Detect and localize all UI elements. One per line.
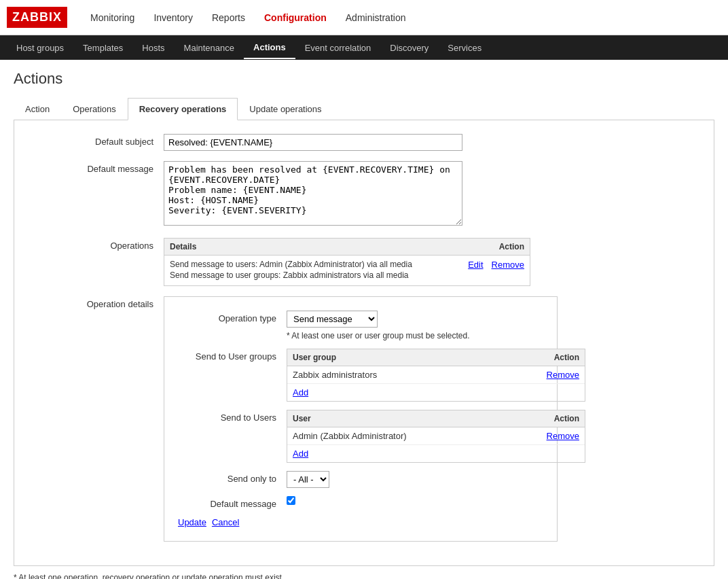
nav-administration[interactable]: Administration	[336, 1, 416, 34]
op-remove-link[interactable]: Remove	[492, 260, 524, 270]
tab-update-operations[interactable]: Update operations	[238, 98, 333, 120]
operation-details-row: Operation details Operation type Send me…	[28, 296, 700, 542]
op-row-inner: Send message to users: Admin (Zabbix Adm…	[170, 260, 524, 281]
subnav-event-correlation[interactable]: Event correlation	[295, 37, 381, 58]
user-col-header: User	[293, 414, 311, 423]
default-subject-input[interactable]	[164, 134, 462, 151]
users-table-header: User Action	[287, 410, 585, 427]
op-line-1: Send message to users: Admin (Zabbix Adm…	[170, 260, 412, 269]
user-name: Admin (Zabbix Administrator)	[293, 431, 407, 441]
tab-action[interactable]: Action	[14, 98, 61, 120]
col-details: Details	[170, 242, 196, 251]
subnav-discovery[interactable]: Discovery	[380, 37, 438, 58]
send-to-users-control: User Action Admin (Zabbix Administrator)…	[287, 410, 585, 463]
sub-navigation: Host groups Templates Hosts Maintenance …	[0, 35, 728, 60]
default-message-checkbox[interactable]	[287, 496, 295, 505]
user-remove-link[interactable]: Remove	[547, 431, 579, 441]
subnav-host-groups[interactable]: Host groups	[7, 37, 73, 58]
user-group-col-header: User group	[293, 353, 336, 362]
operations-row: Operations Details Action Send message t…	[28, 238, 700, 286]
operation-type-control: Send messageNotify all involved * At lea…	[287, 311, 469, 340]
users-table: User Action Admin (Zabbix Administrator)…	[287, 410, 585, 463]
inner-cancel-button[interactable]: Cancel	[212, 517, 239, 527]
bottom-note: * At least one operation, recovery opera…	[14, 573, 714, 579]
zabbix-logo: ZABBIX	[7, 7, 67, 28]
users-table-footer: Add	[287, 445, 585, 462]
subnav-maintenance[interactable]: Maintenance	[175, 37, 244, 58]
page-title: Actions	[14, 70, 714, 88]
add-user-button[interactable]: Add	[293, 449, 308, 459]
list-item: Admin (Zabbix Administrator) Remove	[287, 427, 585, 445]
send-to-users-row: Send to Users User Action Admin (Zabbix …	[178, 410, 543, 463]
inner-actions: Update Cancel	[178, 517, 543, 527]
default-message-control: Problem has been resolved at {EVENT.RECO…	[164, 161, 700, 228]
operation-type-label: Operation type	[178, 311, 287, 323]
tab-recovery-operations[interactable]: Recovery operations	[128, 98, 238, 120]
user-groups-table-header: User group Action	[287, 349, 585, 366]
table-row: Send message to users: Admin (Zabbix Adm…	[164, 256, 530, 285]
tab-operations[interactable]: Operations	[61, 98, 128, 120]
form-area: Default subject Default message Problem …	[14, 120, 714, 566]
default-subject-row: Default subject	[28, 134, 700, 151]
default-message-checkbox-control	[287, 496, 295, 507]
nav-monitoring[interactable]: Monitoring	[81, 1, 144, 34]
add-user-group-button[interactable]: Add	[293, 387, 308, 398]
user-group-name: Zabbix administrators	[293, 370, 377, 380]
operation-details-control: Operation type Send messageNotify all in…	[164, 296, 700, 542]
op-line-2: Send message to user groups: Zabbix admi…	[170, 270, 412, 280]
send-only-to-control: - All -	[287, 471, 329, 488]
send-to-user-groups-row: Send to User groups User group Action Za…	[178, 349, 543, 402]
user-group-remove-link[interactable]: Remove	[547, 370, 579, 380]
user-group-action-col-header: Action	[554, 353, 579, 362]
send-to-user-groups-label: Send to User groups	[178, 349, 287, 362]
send-only-to-select[interactable]: - All -	[287, 471, 329, 488]
subnav-hosts[interactable]: Hosts	[132, 37, 174, 58]
operation-type-note: * At least one user or user group must b…	[287, 331, 469, 340]
default-message-label: Default message	[28, 161, 164, 174]
send-only-to-label: Send only to	[178, 471, 287, 484]
inner-update-button[interactable]: Update	[178, 517, 206, 527]
user-action-col-header: Action	[554, 414, 579, 423]
subnav-templates[interactable]: Templates	[73, 37, 132, 58]
user-groups-table: User group Action Zabbix administrators …	[287, 349, 585, 402]
send-to-users-label: Send to Users	[178, 410, 287, 423]
subnav-actions[interactable]: Actions	[244, 37, 295, 59]
default-message-textarea[interactable]: Problem has been resolved at {EVENT.RECO…	[164, 161, 462, 226]
tab-bar: Action Operations Recovery operations Up…	[14, 98, 714, 120]
default-subject-label: Default subject	[28, 134, 164, 147]
send-only-to-row: Send only to - All -	[178, 471, 543, 488]
default-subject-control	[164, 134, 700, 151]
user-groups-table-footer: Add	[287, 384, 585, 401]
operations-table: Details Action Send message to users: Ad…	[164, 238, 530, 286]
nav-reports[interactable]: Reports	[202, 1, 255, 34]
nav-inventory[interactable]: Inventory	[144, 1, 202, 34]
send-to-user-groups-control: User group Action Zabbix administrators …	[287, 349, 585, 402]
top-navigation: Monitoring Inventory Reports Configurati…	[81, 1, 415, 34]
default-message-checkbox-label: Default message	[178, 496, 287, 509]
page-content: Actions Action Operations Recovery opera…	[0, 60, 728, 579]
op-edit-link[interactable]: Edit	[468, 260, 483, 270]
op-actions: Edit Remove	[468, 260, 524, 270]
operations-table-header: Details Action	[164, 239, 530, 256]
operation-details-label: Operation details	[28, 296, 164, 309]
operations-label: Operations	[28, 238, 164, 251]
col-action: Action	[499, 242, 524, 251]
list-item: Zabbix administrators Remove	[287, 366, 585, 384]
default-message-checkbox-row: Default message	[178, 496, 543, 509]
nav-configuration[interactable]: Configuration	[255, 1, 336, 34]
op-details-text: Send message to users: Admin (Zabbix Adm…	[170, 260, 412, 281]
operation-type-row: Operation type Send messageNotify all in…	[178, 311, 543, 340]
operation-type-select[interactable]: Send messageNotify all involved	[287, 311, 378, 328]
subnav-services[interactable]: Services	[438, 37, 491, 58]
operation-details-box: Operation type Send messageNotify all in…	[164, 296, 558, 542]
default-message-row: Default message Problem has been resolve…	[28, 161, 700, 228]
operations-control: Details Action Send message to users: Ad…	[164, 238, 700, 286]
